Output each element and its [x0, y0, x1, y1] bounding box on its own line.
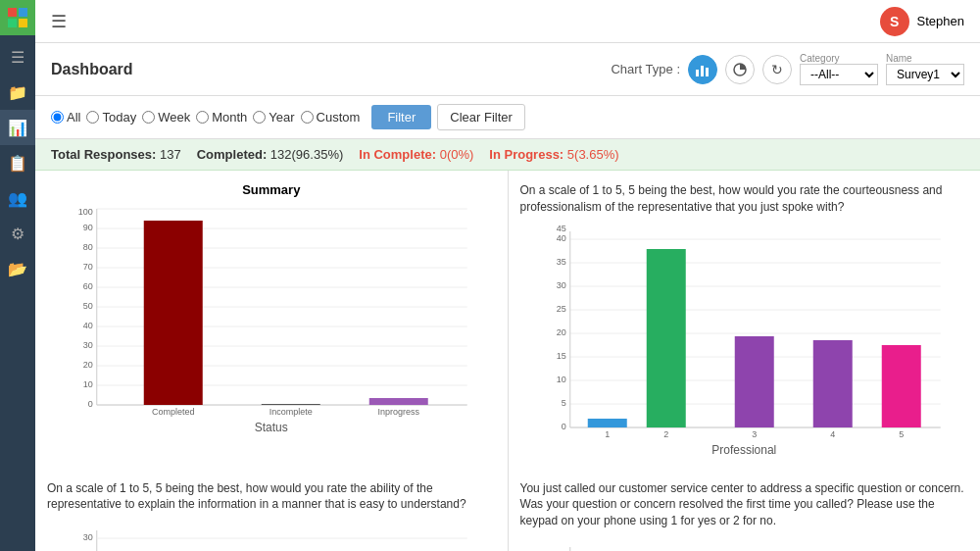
- sidebar-item-home[interactable]: 📁: [0, 75, 35, 110]
- category-select: Category --All--: [800, 53, 878, 85]
- topbar-right: S Stephen: [880, 7, 964, 36]
- svg-text:40: 40: [83, 321, 93, 330]
- filter-custom[interactable]: Custom: [301, 110, 361, 125]
- user-name: Stephen: [917, 14, 964, 28]
- svg-text:Inprogress: Inprogress: [377, 407, 419, 417]
- chart3-card: On a scale of 1 to 5, 5 being the best, …: [35, 469, 508, 551]
- chart3-svg: 0 10 20 30 1 2 3 4 5: [47, 521, 496, 551]
- svg-rect-31: [369, 398, 428, 405]
- svg-text:100: 100: [78, 207, 93, 217]
- menu-icon[interactable]: ☰: [51, 11, 67, 32]
- filter-bar: All Today Week Month Year Custom Filter …: [35, 96, 980, 139]
- chart-type-label: Chart Type :: [611, 62, 680, 76]
- svg-text:30: 30: [83, 532, 93, 542]
- sidebar-item-menu[interactable]: ☰: [0, 39, 35, 75]
- sidebar-item-reports[interactable]: 📋: [0, 145, 35, 180]
- main-content: ☰ S Stephen Dashboard Chart Type : ↻ Cat…: [35, 0, 980, 551]
- sidebar-item-files[interactable]: 📂: [0, 251, 35, 286]
- chart-controls: Chart Type : ↻ Category --All-- Name: [611, 53, 964, 85]
- category-label: Category: [800, 53, 878, 64]
- svg-rect-57: [646, 249, 685, 427]
- total-responses-stat: Total Responses: 137: [51, 147, 181, 162]
- svg-text:5: 5: [899, 429, 904, 439]
- completed-stat: Completed: 132(96.35%): [197, 147, 344, 162]
- svg-text:20: 20: [556, 327, 565, 337]
- chart2-card: On a scale of 1 to 5, 5 being the best, …: [509, 171, 981, 469]
- svg-rect-29: [144, 221, 203, 405]
- svg-text:3: 3: [752, 429, 757, 439]
- svg-text:35: 35: [556, 257, 565, 267]
- svg-text:25: 25: [556, 304, 565, 314]
- name-select: Name Survey1: [886, 53, 964, 85]
- svg-rect-58: [734, 336, 773, 427]
- sidebar: ☰ 📁 📊 📋 👥 ⚙ 📂: [0, 0, 35, 551]
- clear-filter-button[interactable]: Clear Filter: [437, 104, 525, 130]
- svg-rect-1: [701, 66, 704, 76]
- svg-rect-59: [812, 340, 852, 427]
- svg-rect-56: [587, 419, 626, 427]
- summary-chart-svg: 0 10 20 30 40 50 60 70 80 90 100: [47, 201, 496, 417]
- topbar: ☰ S Stephen: [35, 0, 980, 43]
- chart2-svg: 0 5 10 15 20 25 30 35 40 45: [520, 224, 969, 439]
- svg-text:0: 0: [561, 422, 565, 431]
- svg-text:90: 90: [83, 223, 93, 232]
- bar-chart-btn[interactable]: [688, 55, 717, 84]
- chart2-subtitle: Professional: [520, 443, 969, 457]
- svg-text:15: 15: [556, 351, 565, 361]
- svg-text:10: 10: [83, 379, 93, 389]
- svg-text:60: 60: [83, 281, 93, 291]
- svg-text:20: 20: [83, 360, 93, 370]
- summary-chart-card: Summary 0 10 20 30 40 50 60 70 80 90 100: [35, 171, 508, 469]
- svg-text:Incomplete: Incomplete: [270, 407, 313, 417]
- app-logo: [0, 0, 35, 35]
- svg-text:30: 30: [556, 280, 565, 290]
- svg-text:10: 10: [556, 375, 565, 384]
- svg-text:5: 5: [561, 398, 565, 408]
- filter-week[interactable]: Week: [142, 110, 190, 125]
- refresh-btn[interactable]: ↻: [762, 55, 792, 84]
- svg-rect-0: [696, 70, 699, 76]
- charts-top-row: Summary 0 10 20 30 40 50 60 70 80 90 100: [35, 171, 980, 469]
- incomplete-stat: In Complete: 0(0%): [359, 147, 473, 162]
- stats-bar: Total Responses: 137 Completed: 132(96.3…: [35, 139, 980, 171]
- chart4-svg: 0 10 20 30 40 1 2: [520, 537, 969, 551]
- name-dropdown[interactable]: Survey1: [886, 64, 964, 85]
- page-title: Dashboard: [51, 61, 133, 78]
- svg-text:45: 45: [556, 224, 565, 233]
- chart3-question: On a scale of 1 to 5, 5 being the best, …: [47, 480, 496, 514]
- svg-text:70: 70: [83, 262, 93, 272]
- filter-month[interactable]: Month: [196, 110, 247, 125]
- sidebar-item-dashboard[interactable]: 📊: [0, 110, 35, 145]
- sidebar-item-users[interactable]: 👥: [0, 180, 35, 216]
- inprogress-stat: In Progress: 5(3.65%): [489, 147, 618, 162]
- svg-rect-30: [262, 404, 320, 405]
- dashboard-header: Dashboard Chart Type : ↻ Category --All-…: [35, 43, 980, 96]
- svg-text:40: 40: [556, 233, 565, 243]
- chart2-question: On a scale of 1 to 5, 5 being the best, …: [520, 182, 969, 216]
- chart4-card: You just called our customer service cen…: [509, 469, 981, 551]
- svg-text:Completed: Completed: [152, 407, 195, 417]
- svg-text:2: 2: [663, 429, 668, 439]
- content-area: Dashboard Chart Type : ↻ Category --All-…: [35, 43, 980, 551]
- category-dropdown[interactable]: --All--: [800, 64, 878, 85]
- name-label: Name: [886, 53, 964, 64]
- svg-rect-2: [706, 68, 709, 76]
- pie-chart-btn[interactable]: [725, 55, 755, 84]
- charts-bottom-row: On a scale of 1 to 5, 5 being the best, …: [35, 469, 980, 551]
- svg-rect-60: [881, 345, 920, 427]
- svg-text:1: 1: [605, 429, 610, 439]
- chart4-question: You just called our customer service cen…: [520, 480, 969, 529]
- filter-all[interactable]: All: [51, 110, 80, 125]
- svg-text:50: 50: [83, 301, 93, 311]
- summary-title: Summary: [47, 182, 496, 197]
- summary-subtitle: Status: [47, 421, 496, 434]
- filter-today[interactable]: Today: [86, 110, 136, 125]
- svg-text:30: 30: [83, 340, 93, 350]
- filter-button[interactable]: Filter: [371, 105, 431, 129]
- svg-text:80: 80: [83, 242, 93, 252]
- avatar: S: [880, 7, 909, 36]
- filter-year[interactable]: Year: [253, 110, 294, 125]
- svg-text:4: 4: [830, 429, 835, 439]
- sidebar-item-settings[interactable]: ⚙: [0, 216, 35, 251]
- svg-text:0: 0: [88, 399, 93, 409]
